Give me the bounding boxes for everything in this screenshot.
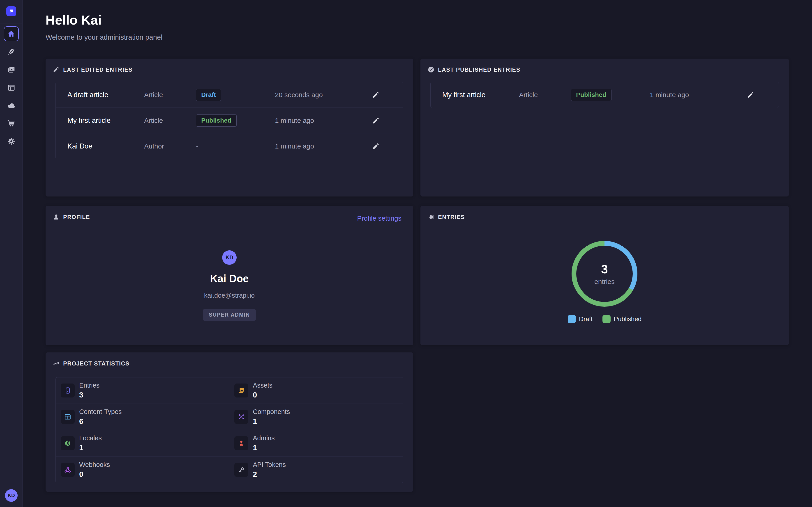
legend-label: Published (614, 316, 642, 323)
stat-label: Assets (253, 382, 272, 389)
document-icon (61, 384, 75, 397)
home-icon (7, 30, 15, 38)
pencil-icon (53, 66, 59, 73)
entry-title: My first article (442, 91, 519, 99)
user-icon (53, 214, 59, 220)
stat-label: Admins (253, 435, 275, 442)
stat-webhooks: Webhooks 0 (56, 456, 230, 483)
user-avatar[interactable]: KD (5, 489, 17, 502)
stat-value: 3 (79, 391, 99, 399)
stat-value: 0 (253, 391, 272, 399)
pencil-icon (372, 91, 379, 99)
last-edited-entries-panel: LAST EDITED ENTRIES A draft article Arti… (46, 59, 413, 196)
last-edited-table: A draft article Article Draft 20 seconds… (55, 82, 403, 159)
panel-title: PROFILE (63, 214, 90, 220)
stat-value: 1 (253, 443, 275, 452)
entries-panel: ENTRIES 3 entries Draft Published (420, 206, 789, 345)
entry-time: 20 seconds ago (275, 91, 372, 99)
table-row[interactable]: A draft article Article Draft 20 seconds… (56, 82, 403, 108)
pencil-icon (747, 91, 755, 99)
stat-value: 2 (253, 470, 286, 478)
entry-time: 1 minute ago (650, 91, 747, 99)
stat-label: Entries (79, 382, 99, 389)
stat-label: API Tokens (253, 461, 286, 468)
stat-label: Content-Types (79, 408, 122, 415)
legend-label: Draft (579, 316, 593, 323)
stat-components: Components 1 (230, 404, 403, 430)
trend-up-icon (53, 360, 59, 367)
avatar: KD (222, 250, 237, 265)
panel-header: PROJECT STATISTICS (53, 360, 130, 367)
entry-time: 1 minute ago (275, 143, 372, 150)
admin-user-icon (234, 436, 248, 450)
gear-icon[interactable] (7, 137, 15, 145)
entries-donut-chart: 3 entries (571, 241, 638, 307)
edit-entry-button[interactable] (372, 141, 382, 151)
stat-label: Webhooks (79, 461, 110, 468)
edit-entry-button[interactable] (372, 116, 382, 125)
donut-center: 3 entries (571, 241, 638, 307)
page-title: Hello Kai (46, 12, 101, 27)
images-icon (234, 384, 248, 397)
panel-header: ENTRIES (428, 214, 465, 220)
profile-body: KD Kai Doe kai.doe@strapi.io SUPER ADMIN (46, 250, 413, 321)
media-library-icon[interactable] (7, 66, 15, 74)
panel-header: LAST EDITED ENTRIES (53, 66, 133, 73)
stat-locales: Locales 1 (56, 430, 230, 456)
profile-name: Kai Doe (210, 272, 249, 285)
profile-email: kai.doe@strapi.io (204, 292, 255, 299)
panel-title: LAST EDITED ENTRIES (63, 66, 133, 73)
stat-label: Locales (79, 435, 102, 442)
sidebar-item-home[interactable] (4, 26, 19, 41)
entry-title: A draft article (67, 91, 144, 99)
check-circle-icon (428, 66, 435, 73)
project-statistics-panel: PROJECT STATISTICS Entries 3 Assets 0 Co… (46, 352, 413, 492)
table-row[interactable]: Kai Doe Author - 1 minute ago (56, 133, 403, 159)
legend-swatch-draft (568, 315, 576, 323)
chart-legend: Draft Published (420, 315, 789, 323)
legend-item-draft: Draft (568, 315, 593, 323)
strapi-logo-icon[interactable] (6, 6, 16, 16)
stat-api-tokens: API Tokens 2 (230, 456, 403, 483)
table-row[interactable]: My first article Article Published 1 min… (430, 82, 779, 108)
status-badge: Published (571, 89, 611, 101)
sidebar: KD (0, 0, 22, 507)
entry-title: Kai Doe (67, 142, 144, 150)
entry-time: 1 minute ago (275, 117, 372, 124)
status-empty: - (196, 143, 275, 150)
webhooks-icon (61, 463, 75, 477)
pencil-icon (372, 143, 379, 150)
panel-header: PROFILE (53, 214, 90, 220)
stat-assets: Assets 0 (230, 378, 403, 404)
puzzle-icon (428, 214, 435, 220)
feather-icon[interactable] (7, 48, 15, 56)
stat-value: 6 (79, 417, 122, 426)
edit-entry-button[interactable] (747, 90, 757, 100)
last-published-table: My first article Article Published 1 min… (430, 82, 779, 108)
status-badge: Published (196, 114, 237, 127)
status-badge: Draft (196, 89, 221, 101)
cart-icon[interactable] (7, 119, 15, 127)
layout-icon[interactable] (7, 83, 15, 92)
panel-header: LAST PUBLISHED ENTRIES (428, 66, 520, 73)
sidebar-divider (0, 23, 22, 23)
edit-entry-button[interactable] (372, 90, 382, 100)
stat-value: 1 (253, 417, 290, 426)
globe-icon (61, 436, 75, 450)
entry-kind: Article (144, 117, 196, 124)
profile-settings-link[interactable]: Profile settings (357, 215, 402, 222)
legend-swatch-published (603, 315, 611, 323)
layout-icon (61, 410, 75, 424)
stat-admins: Admins 1 (230, 430, 403, 456)
panel-title: ENTRIES (438, 214, 465, 220)
panel-title: LAST PUBLISHED ENTRIES (438, 66, 520, 73)
stat-label: Components (253, 408, 290, 415)
stat-value: 0 (79, 470, 110, 478)
entry-kind: Article (519, 91, 571, 99)
cloud-icon[interactable] (7, 101, 15, 110)
stat-entries: Entries 3 (56, 378, 230, 404)
stat-content-types: Content-Types 6 (56, 404, 230, 430)
table-row[interactable]: My first article Article Published 1 min… (56, 108, 403, 133)
stat-value: 1 (79, 443, 102, 452)
entry-title: My first article (67, 116, 144, 125)
